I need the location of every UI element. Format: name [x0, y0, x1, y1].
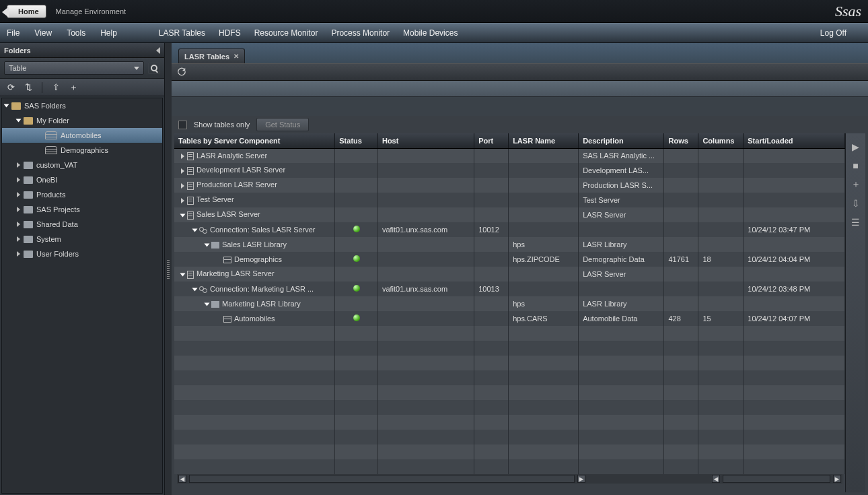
cell: [509, 430, 579, 444]
cell: [579, 400, 664, 415]
tree-folder[interactable]: System: [2, 232, 162, 246]
column-header[interactable]: Port: [474, 133, 509, 148]
menu-process-monitor[interactable]: Process Monitor: [331, 28, 390, 38]
cell: 10013: [474, 282, 509, 296]
tree-folder[interactable]: custom_VAT: [2, 158, 162, 172]
cell: [474, 385, 509, 400]
cell: 10/24/12 04:07 PM: [744, 311, 845, 326]
tree-myfolder[interactable]: My Folder: [2, 113, 162, 128]
table-row[interactable]: Sales LASR ServerLASR Server: [174, 207, 845, 222]
cell: [509, 326, 579, 341]
refresh-tree-icon[interactable]: ⟳: [5, 82, 16, 93]
app-title: Manage Environment: [56, 7, 126, 15]
menu-lasr-tables[interactable]: LASR Tables: [159, 28, 205, 38]
menu-resource-monitor[interactable]: Resource Monitor: [254, 28, 318, 38]
type-filter-combo[interactable]: Table: [4, 61, 144, 75]
table-row: [174, 415, 845, 430]
column-header[interactable]: Columns: [698, 133, 744, 148]
table-row[interactable]: Production LASR ServerProduction LASR S.…: [174, 178, 845, 193]
home-button[interactable]: Home: [7, 5, 46, 18]
menu-tools[interactable]: Tools: [67, 28, 85, 38]
tree-label: custom_VAT: [36, 161, 77, 169]
cell: [377, 311, 474, 326]
cell: Automobiles: [174, 311, 335, 326]
folder-icon: [24, 221, 33, 228]
column-header[interactable]: Tables by Server Component: [174, 133, 335, 148]
table-row[interactable]: LASR Analytic ServerSAS LASR Analytic ..…: [174, 148, 845, 163]
tree-root[interactable]: SAS Folders: [2, 98, 162, 113]
splitter[interactable]: [165, 43, 172, 495]
get-status-button[interactable]: Get Status: [256, 118, 309, 131]
rail-more-icon[interactable]: ☰: [851, 217, 861, 228]
table-row[interactable]: Connection: Sales LASR Servervafit01.unx…: [174, 222, 845, 237]
menu-file[interactable]: File: [7, 28, 20, 38]
table-row[interactable]: Marketing LASR ServerLASR Server: [174, 267, 845, 282]
table-row[interactable]: Marketing LASR LibraryhpsLASR Library: [174, 296, 845, 311]
cell: [377, 178, 474, 193]
tree-item-automobiles[interactable]: Automobiles: [2, 128, 162, 143]
column-header[interactable]: LASR Name: [509, 133, 579, 148]
column-header[interactable]: Start/Loaded: [744, 133, 845, 148]
collapse-folders-icon[interactable]: [156, 47, 160, 54]
menu-help[interactable]: Help: [100, 28, 117, 38]
rail-add-icon[interactable]: ＋: [851, 179, 861, 190]
menu-hdfs[interactable]: HDFS: [219, 28, 241, 38]
tree-folder[interactable]: User Folders: [2, 246, 162, 261]
cell: [579, 356, 664, 370]
show-tables-only-checkbox[interactable]: [178, 121, 187, 129]
horizontal-scrollbar[interactable]: ◄► ◄►: [177, 474, 842, 484]
menu-logoff[interactable]: Log Off: [820, 28, 846, 38]
menu-mobile-devices[interactable]: Mobile Devices: [403, 28, 458, 38]
column-header[interactable]: Host: [377, 133, 474, 148]
table-row[interactable]: Demographicshps.ZIPCODEDemographic Data4…: [174, 252, 845, 267]
table-row[interactable]: Sales LASR LibraryhpsLASR Library: [174, 237, 845, 252]
cell: [474, 415, 509, 430]
rail-play-icon[interactable]: ▶: [851, 141, 861, 152]
rail-pin-icon[interactable]: ⇩: [851, 198, 861, 209]
table-row[interactable]: Automobileshps.CARSAutomobile Data428151…: [174, 311, 845, 326]
tree-item-demographics[interactable]: Demographics: [2, 143, 162, 158]
cell: [377, 207, 474, 222]
up-level-icon[interactable]: ⇧: [50, 82, 61, 93]
cell: [335, 207, 378, 222]
cell: [335, 311, 378, 326]
table-row: [174, 385, 845, 400]
folder-icon: [24, 251, 33, 258]
column-header[interactable]: Rows: [664, 133, 698, 148]
cell: [664, 385, 698, 400]
table-row[interactable]: Test ServerTest Server: [174, 193, 845, 207]
toggle-tree-icon[interactable]: ⇅: [23, 82, 34, 93]
table-row[interactable]: Connection: Marketing LASR ...vafit01.un…: [174, 282, 845, 296]
refresh-icon[interactable]: [177, 67, 186, 77]
tree-folder[interactable]: Products: [2, 187, 162, 202]
add-icon[interactable]: ＋: [68, 82, 79, 93]
close-tab-icon[interactable]: ✕: [233, 53, 239, 60]
cell: [335, 459, 378, 474]
cell: [744, 356, 845, 370]
cell: [744, 430, 845, 444]
cell: [664, 356, 698, 370]
cell: [579, 459, 664, 474]
tree-folder[interactable]: OneBI: [2, 172, 162, 187]
tree-folder[interactable]: Shared Data: [2, 217, 162, 232]
tree-folder[interactable]: SAS Projects: [2, 202, 162, 217]
menu-view[interactable]: View: [34, 28, 52, 38]
column-header[interactable]: Description: [579, 133, 664, 148]
cell: [698, 193, 744, 207]
cell: LASR Library: [579, 237, 664, 252]
cell: Test Server: [174, 193, 335, 207]
column-header[interactable]: Status: [335, 133, 378, 148]
cell: 10012: [474, 222, 509, 237]
table-row[interactable]: Development LASR ServerDevelopment LAS..…: [174, 163, 845, 178]
cell: [474, 400, 509, 415]
cell: [174, 430, 335, 444]
cell: Demographic Data: [579, 252, 664, 267]
rail-stop-icon[interactable]: ■: [851, 160, 861, 171]
cell: [377, 237, 474, 252]
search-button[interactable]: [148, 62, 160, 74]
cell: [474, 237, 509, 252]
cell: [698, 207, 744, 222]
tab-lasr-tables[interactable]: LASR Tables ✕: [178, 48, 245, 63]
table-row: [174, 459, 845, 474]
chevron-down-icon: [134, 67, 139, 70]
